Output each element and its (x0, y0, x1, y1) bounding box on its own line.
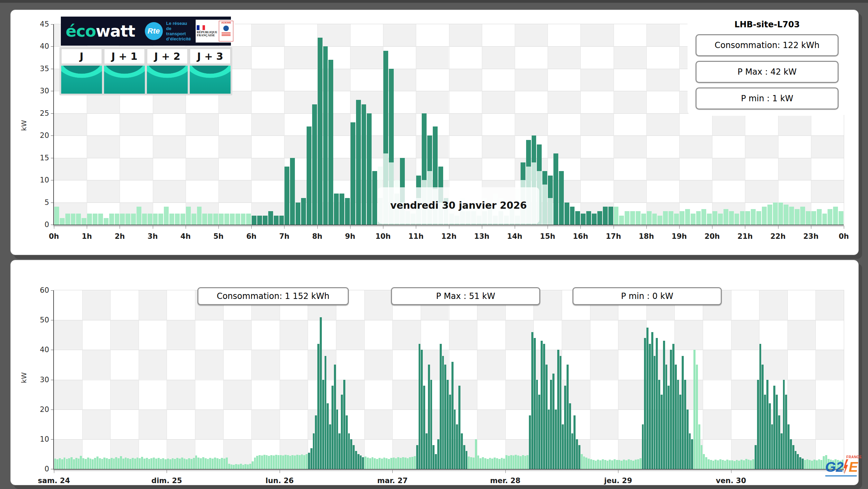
grid-cell (82, 320, 111, 350)
power-bar (461, 433, 463, 469)
ecowatt-tab-j+2[interactable]: J + 2 (147, 49, 188, 94)
power-bar (75, 458, 77, 469)
power-bar (717, 460, 719, 469)
grid-cell (449, 69, 482, 91)
power-bar (487, 459, 489, 469)
power-bar (282, 455, 284, 469)
grid-cell (195, 320, 223, 350)
x-tick-label: 8h (312, 232, 323, 241)
ecowatt-tab-label[interactable]: J + 2 (147, 49, 188, 64)
power-bar (374, 458, 376, 469)
pmax-badge: P Max : 42 kW (696, 61, 839, 83)
power-bar (811, 461, 813, 469)
power-bar (442, 356, 444, 469)
grid-cell (515, 113, 548, 135)
grid-cell (679, 180, 712, 202)
power-bar (764, 395, 766, 469)
power-bar (603, 207, 608, 225)
grid-cell (54, 350, 82, 379)
power-bar (740, 460, 743, 469)
grid-cell (646, 180, 679, 202)
power-bar (254, 458, 256, 469)
grid-cell (482, 46, 515, 68)
power-bar (125, 458, 127, 469)
grid-cell (590, 350, 618, 379)
grid-cell (618, 350, 646, 379)
power-bar (609, 460, 611, 469)
grid-cell (350, 69, 383, 91)
power-bar (818, 459, 820, 469)
power-bar (513, 455, 515, 469)
power-bar (520, 456, 522, 469)
grid-cell (110, 290, 139, 320)
power-bar (581, 454, 583, 469)
power-bar (684, 380, 686, 469)
grid-cell (505, 320, 534, 350)
x-tick-label: 21h (737, 232, 753, 241)
power-bar (197, 207, 202, 225)
grid-cell (87, 113, 120, 135)
power-bar (473, 458, 475, 469)
y-tick-label: 0 (27, 465, 49, 473)
grid-cell (167, 320, 195, 350)
power-bar (658, 380, 660, 469)
power-bar (541, 341, 543, 469)
power-bar (569, 403, 571, 469)
power-bar (477, 455, 479, 469)
power-bar (190, 459, 193, 469)
x-tick-label: 4h (180, 232, 191, 241)
x-tick-label: mer. 28 (490, 477, 521, 485)
power-bar (505, 455, 507, 469)
power-bar (208, 214, 213, 225)
power-bar (778, 415, 780, 469)
power-bar (307, 126, 311, 225)
power-bar (287, 455, 289, 469)
grid-cell (815, 350, 844, 379)
grid-cell (580, 135, 613, 158)
power-bar (376, 459, 378, 469)
grid-cell (646, 69, 679, 91)
power-bar (108, 459, 110, 469)
grid-cell (731, 290, 759, 320)
ecowatt-tab-label[interactable]: J + 1 (104, 49, 145, 64)
grid-cell (153, 113, 186, 135)
power-bar (213, 214, 218, 225)
power-bar (252, 216, 256, 225)
power-bar (759, 344, 762, 469)
power-bar (557, 350, 559, 469)
grid-cell (308, 320, 336, 350)
x-tick-mark (515, 226, 515, 229)
x-tick-mark (383, 226, 383, 229)
ecowatt-tab-j+1[interactable]: J + 1 (104, 49, 145, 94)
grid-cell (383, 24, 416, 46)
grid-cell (336, 350, 364, 379)
power-bar (219, 459, 221, 469)
power-bar (137, 458, 139, 469)
grid-cell (548, 113, 580, 135)
ecowatt-tab-j+3[interactable]: J + 3 (190, 49, 231, 94)
grid-cell (139, 380, 167, 410)
rte-tagline-line: d'électricité (166, 36, 191, 41)
grid-cell (548, 24, 580, 46)
power-bar (279, 216, 284, 225)
power-bar (362, 104, 366, 225)
x-tick-mark (153, 226, 153, 229)
power-bar (740, 211, 745, 225)
grid-cell (590, 320, 618, 350)
y-tick-label: 0 (27, 220, 49, 229)
ecowatt-tab-label[interactable]: J + 3 (190, 49, 231, 64)
power-bar (813, 460, 815, 469)
power-bar (632, 461, 634, 469)
grid-cell (280, 410, 308, 439)
x-tick-mark (731, 470, 731, 473)
grid-cell (787, 380, 816, 410)
power-bar (223, 459, 225, 469)
ecowatt-tab-label[interactable]: J (61, 49, 102, 64)
power-bar (538, 395, 540, 469)
ecowatt-tab-j[interactable]: J (61, 49, 102, 94)
grid-cell (712, 158, 745, 180)
grid-cell (449, 320, 477, 350)
grid-cell (505, 380, 534, 410)
ecowatt-gauge-green (104, 66, 145, 94)
grid-cell (87, 135, 120, 158)
